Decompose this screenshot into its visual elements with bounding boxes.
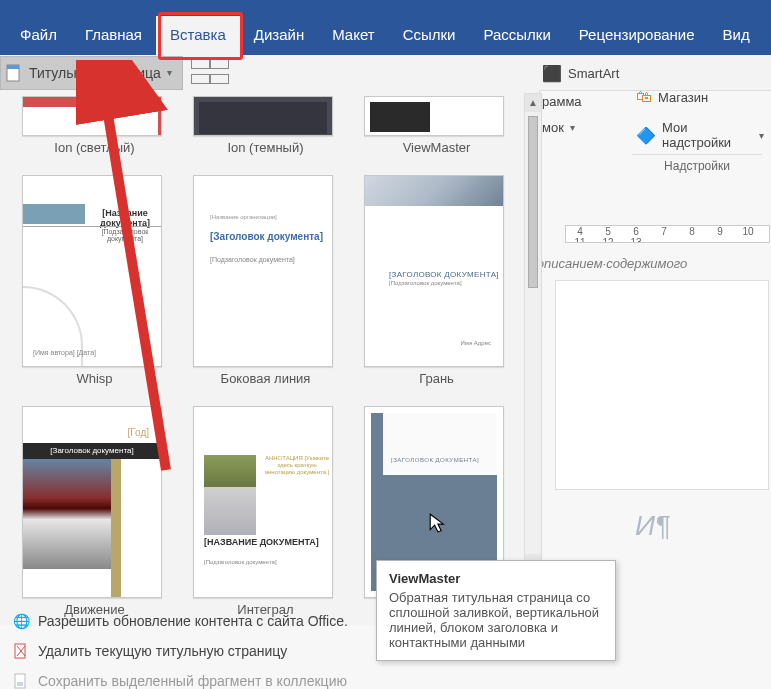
thumb-label: Ion (светлый) bbox=[22, 140, 167, 155]
save-selection-icon bbox=[12, 672, 30, 689]
horizontal-ruler: 45678910111213 bbox=[565, 225, 770, 243]
thumb-label: ViewMaster bbox=[364, 140, 509, 155]
tab-references[interactable]: Ссылки bbox=[389, 16, 470, 55]
thumb-title: [Заголовок документа] bbox=[210, 231, 323, 242]
tooltip-body: Обратная титульная страница со сплошной … bbox=[389, 590, 603, 650]
tab-layout[interactable]: Макет bbox=[318, 16, 388, 55]
document-page[interactable] bbox=[555, 280, 769, 490]
tab-file[interactable]: Файл bbox=[6, 16, 71, 55]
gallery-item-motion[interactable]: [Год] [Заголовок документа] Движение bbox=[22, 406, 167, 617]
thumb-title: [Название документа] bbox=[89, 208, 161, 228]
command-label: Разрешить обновление контента с сайта Of… bbox=[38, 613, 348, 629]
thumb-photo bbox=[204, 455, 256, 535]
thumb-subtitle: [Подзаголовок документа] bbox=[89, 228, 161, 242]
cover-page-icon bbox=[5, 64, 23, 82]
diagram-label: раммa bbox=[542, 94, 582, 109]
snapshot-button-partial[interactable]: мок▾ bbox=[538, 118, 579, 137]
svg-rect-2 bbox=[15, 644, 25, 658]
tab-mailings[interactable]: Рассылки bbox=[469, 16, 564, 55]
cover-page-label: Титульная страница bbox=[29, 65, 161, 81]
gallery-item-viewmaster-small[interactable]: ViewMaster bbox=[364, 96, 509, 155]
thumb-title: [Заголовок документа] bbox=[23, 443, 161, 459]
store-label: Магазин bbox=[658, 90, 708, 105]
thumb-subtitle: [Подзаголовок документа] bbox=[204, 559, 277, 565]
thumb-label: Грань bbox=[364, 371, 509, 386]
cover-page-button[interactable]: Титульная страница ▾ bbox=[0, 56, 183, 90]
addins-section-label: Надстройки bbox=[632, 154, 762, 173]
addins-label: Мои надстройки bbox=[662, 120, 753, 150]
thumb-title: [Заголовок документа] bbox=[389, 270, 499, 279]
thumb-photo bbox=[23, 459, 111, 569]
thumb-footer: [Имя автора] [Дата] bbox=[33, 349, 96, 356]
addins-button[interactable]: 🔷Мои надстройки▾ bbox=[632, 118, 768, 152]
save-selection-command: Сохранить выделенный фрагмент в коллекци… bbox=[4, 666, 534, 689]
thumb-annotation: АННОТАЦИЯ [Укажите здесь краткую аннотац… bbox=[262, 455, 332, 477]
document-text-snippet: им·описанием·содержимого bbox=[517, 256, 687, 271]
gallery-item-whisp[interactable]: [Название документа] [Подзаголовок докум… bbox=[22, 175, 167, 386]
thumb-title: [НАЗВАНИЕ ДОКУМЕНТА] bbox=[204, 537, 319, 547]
insert-table-icon[interactable] bbox=[191, 57, 229, 89]
gallery-item-integral[interactable]: АННОТАЦИЯ [Укажите здесь краткую аннотац… bbox=[193, 406, 338, 617]
command-label: Сохранить выделенный фрагмент в коллекци… bbox=[38, 673, 347, 689]
thumb-org: [Название организации] bbox=[210, 214, 277, 220]
chevron-down-icon: ▾ bbox=[759, 130, 764, 141]
tab-home[interactable]: Главная bbox=[71, 16, 156, 55]
paragraph-mark: И¶ bbox=[635, 510, 670, 542]
scroll-thumb[interactable] bbox=[525, 112, 541, 554]
addins-icon: 🔷 bbox=[636, 126, 656, 145]
thumb-year: [Год] bbox=[128, 427, 149, 438]
thumb-footer: Имя Адрес bbox=[460, 340, 491, 346]
thumb-subtitle: [Подзаголовок документа] bbox=[389, 280, 462, 286]
thumb-label: Whisp bbox=[22, 371, 167, 386]
thumb-label: Боковая линия bbox=[193, 371, 338, 386]
diagram-button-partial[interactable]: раммa bbox=[538, 92, 586, 111]
chevron-down-icon: ▾ bbox=[167, 67, 172, 78]
smartart-icon: ⬛ bbox=[542, 64, 562, 83]
gallery-item-sideline[interactable]: [Название организации] [Заголовок докуме… bbox=[193, 175, 338, 386]
tab-review[interactable]: Рецензирование bbox=[565, 16, 709, 55]
store-icon: 🛍 bbox=[636, 88, 652, 106]
snapshot-label: мок bbox=[542, 120, 564, 135]
tab-view[interactable]: Вид bbox=[709, 16, 764, 55]
smartart-button[interactable]: ⬛SmartArt bbox=[538, 62, 768, 85]
command-label: Удалить текущую титульную страницу bbox=[38, 643, 287, 659]
thumb-title: [ЗАГОЛОВОК ДОКУМЕНТА] bbox=[391, 457, 479, 463]
svg-rect-6 bbox=[17, 682, 23, 686]
thumb-subtitle: [Подзаголовок документа] bbox=[210, 256, 295, 263]
thumb-label: Ion (темный) bbox=[193, 140, 338, 155]
tab-design[interactable]: Дизайн bbox=[240, 16, 318, 55]
gallery-item-facet[interactable]: [Заголовок документа] [Подзаголовок доку… bbox=[364, 175, 509, 386]
store-button[interactable]: 🛍Магазин bbox=[632, 86, 712, 108]
delete-page-icon bbox=[12, 642, 30, 660]
gallery-scrollbar[interactable]: ▲ ▼ bbox=[524, 93, 542, 573]
smartart-label: SmartArt bbox=[568, 66, 619, 81]
cursor-icon bbox=[428, 512, 450, 538]
ribbon-tabs: Файл Главная Вставка Дизайн Макет Ссылки… bbox=[0, 0, 771, 55]
tab-insert[interactable]: Вставка bbox=[156, 16, 240, 55]
gallery-item-ion-light[interactable]: Ion (светлый) bbox=[22, 96, 167, 155]
tooltip: ViewMaster Обратная титульная страница с… bbox=[376, 560, 616, 661]
svg-rect-1 bbox=[7, 65, 19, 69]
gallery-item-ion-dark[interactable]: Ion (темный) bbox=[193, 96, 338, 155]
globe-icon: 🌐 bbox=[12, 612, 30, 630]
ribbon-right-commands: ⬛SmartArt 🛍Магазин раммa мок▾ 🔷Мои надст… bbox=[538, 62, 768, 85]
tooltip-title: ViewMaster bbox=[389, 571, 603, 586]
scroll-up-icon[interactable]: ▲ bbox=[525, 94, 541, 112]
cover-page-gallery: Ion (светлый) Ion (темный) ViewMaster [Н… bbox=[0, 90, 540, 625]
chevron-down-icon: ▾ bbox=[570, 122, 575, 133]
